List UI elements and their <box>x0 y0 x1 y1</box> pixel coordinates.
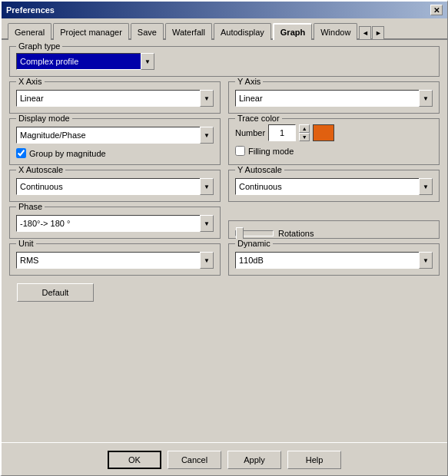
trace-color-swatch[interactable] <box>313 124 334 141</box>
tab-project-manager[interactable]: Project manager <box>53 23 129 40</box>
tab-window[interactable]: Window <box>314 23 357 40</box>
group-by-magnitude-checkbox[interactable] <box>16 148 26 158</box>
graph-type-legend: Graph type <box>16 41 62 51</box>
x-autoscale-select-wrapper: Continuous Fixed ▼ <box>16 178 214 195</box>
tabs-bar: General Project manager Save Waterfall A… <box>2 18 447 40</box>
x-axis-fieldset: X Axis Linear Logarithmic ▼ <box>9 81 221 114</box>
spinner-down-button[interactable]: ▼ <box>299 133 310 141</box>
bottom-section: Default <box>9 280 440 305</box>
y-autoscale-fieldset: Y Autoscale Continuous Fixed ▼ <box>228 170 440 202</box>
display-mode-select-wrapper: Magnitude/Phase Real/Imaginary ▼ <box>16 127 214 144</box>
x-autoscale-fieldset: X Autoscale Continuous Fixed ▼ <box>9 170 221 202</box>
y-autoscale-select[interactable]: Continuous Fixed <box>235 178 433 195</box>
graph-type-select[interactable]: Complex profile <box>16 53 154 70</box>
rotations-label: Rotations <box>278 229 314 238</box>
y-axis-select[interactable]: Linear Logarithmic <box>235 90 433 107</box>
tab-nav-next[interactable]: ► <box>372 26 384 40</box>
trace-color-fieldset: Trace color Number ▲ ▼ Filling mode <box>228 118 440 165</box>
phase-fieldset: Phase -180°-> 180 ° 0°-> 360 ° ▼ <box>9 207 221 239</box>
phase-legend: Phase <box>16 202 45 211</box>
dynamic-select[interactable]: 110dB 80dB 60dB <box>235 252 433 269</box>
window-title: Preferences <box>6 5 55 15</box>
content-area: Graph type Complex profile ▼ X Axis Line… <box>2 40 447 441</box>
help-button[interactable]: Help <box>287 451 341 469</box>
tab-save[interactable]: Save <box>131 23 164 40</box>
autoscale-row: X Autoscale Continuous Fixed ▼ Y Autosca… <box>9 170 440 202</box>
unit-legend: Unit <box>16 239 36 248</box>
x-axis-legend: X Axis <box>16 77 45 86</box>
filling-mode-checkbox[interactable] <box>235 146 245 156</box>
default-button[interactable]: Default <box>17 283 94 302</box>
unit-select[interactable]: RMS Peak Peak-Peak <box>16 252 214 269</box>
trace-color-legend: Trace color <box>235 114 282 123</box>
filling-mode-label: Filling mode <box>248 147 294 156</box>
button-bar: OK Cancel Apply Help <box>2 445 447 475</box>
y-autoscale-select-wrapper: Continuous Fixed ▼ <box>235 178 433 195</box>
tab-waterfall[interactable]: Waterfall <box>165 23 212 40</box>
separator <box>2 442 447 443</box>
unit-fieldset: Unit RMS Peak Peak-Peak ▼ <box>9 243 221 276</box>
tab-nav-prev[interactable]: ◄ <box>359 26 371 40</box>
preferences-window: Preferences ✕ General Project manager Sa… <box>0 0 448 476</box>
tab-autodisplay[interactable]: Autodisplay <box>214 23 271 40</box>
ok-button[interactable]: OK <box>108 451 161 469</box>
y-axis-legend: Y Axis <box>235 77 263 86</box>
y-axis-select-wrapper: Linear Logarithmic ▼ <box>235 90 433 107</box>
trace-number-input[interactable] <box>268 124 296 141</box>
display-mode-legend: Display mode <box>16 114 72 123</box>
x-autoscale-select[interactable]: Continuous Fixed <box>16 178 214 195</box>
dynamic-select-wrapper: 110dB 80dB 60dB ▼ <box>235 252 433 269</box>
dynamic-legend: Dynamic <box>235 239 273 248</box>
rotations-slider[interactable] <box>235 230 274 236</box>
spinner-up-button[interactable]: ▲ <box>299 124 310 133</box>
phase-select[interactable]: -180°-> 180 ° 0°-> 360 ° <box>16 215 214 232</box>
number-color-row: Number ▲ ▼ <box>235 124 433 141</box>
tab-general[interactable]: General <box>8 23 51 40</box>
filling-mode-row: Filling mode <box>235 146 433 156</box>
phase-row: Phase -180°-> 180 ° 0°-> 360 ° ▼ Rotatio… <box>9 207 440 239</box>
phase-select-wrapper: -180°-> 180 ° 0°-> 360 ° ▼ <box>16 215 214 232</box>
group-by-magnitude-row: Group by magnitude <box>16 148 214 158</box>
x-axis-select-wrapper: Linear Logarithmic ▼ <box>16 90 214 107</box>
unit-select-wrapper: RMS Peak Peak-Peak ▼ <box>16 252 214 269</box>
graph-type-select-wrapper: Complex profile ▼ <box>16 53 154 70</box>
y-axis-fieldset: Y Axis Linear Logarithmic ▼ <box>228 81 440 114</box>
close-button[interactable]: ✕ <box>430 5 443 15</box>
display-mode-select[interactable]: Magnitude/Phase Real/Imaginary <box>16 127 214 144</box>
apply-button[interactable]: Apply <box>227 451 281 469</box>
slider-thumb-icon <box>236 227 244 240</box>
group-by-magnitude-label: Group by magnitude <box>29 149 106 158</box>
trace-number-spinner: ▲ ▼ <box>299 124 310 141</box>
x-axis-select[interactable]: Linear Logarithmic <box>16 90 214 107</box>
unit-dynamic-row: Unit RMS Peak Peak-Peak ▼ Dynamic <box>9 243 440 276</box>
display-mode-fieldset: Display mode Magnitude/Phase Real/Imagin… <box>9 118 221 165</box>
title-bar: Preferences ✕ <box>2 2 447 18</box>
axes-row: X Axis Linear Logarithmic ▼ Y Axis <box>9 81 440 114</box>
display-trace-row: Display mode Magnitude/Phase Real/Imagin… <box>9 118 440 165</box>
graph-type-fieldset: Graph type Complex profile ▼ <box>9 46 440 77</box>
x-autoscale-legend: X Autoscale <box>16 165 65 174</box>
tab-graph[interactable]: Graph <box>273 23 312 40</box>
rotations-fieldset: Rotations <box>228 220 440 239</box>
y-autoscale-legend: Y Autoscale <box>235 165 284 174</box>
dynamic-fieldset: Dynamic 110dB 80dB 60dB ▼ <box>228 243 440 276</box>
cancel-button[interactable]: Cancel <box>168 451 221 469</box>
number-label: Number <box>235 128 265 137</box>
